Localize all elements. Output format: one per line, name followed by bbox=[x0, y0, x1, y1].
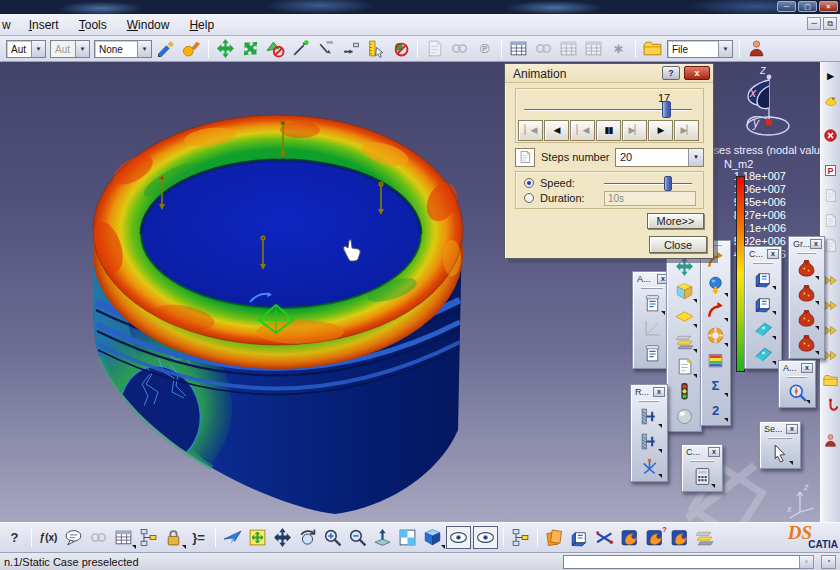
dropdown-arrow-icon[interactable] bbox=[724, 343, 728, 347]
duration-input[interactable]: 10s bbox=[604, 191, 696, 206]
dropdown-arrow-icon[interactable] bbox=[693, 374, 697, 378]
mesh-plate-icon-2[interactable] bbox=[751, 342, 776, 365]
delete-red-icon[interactable] bbox=[822, 126, 840, 144]
none-combo[interactable]: None▼ bbox=[94, 40, 152, 58]
drag-grip[interactable] bbox=[690, 460, 714, 462]
compute-icon[interactable] bbox=[617, 526, 642, 549]
snap-star-icon[interactable] bbox=[288, 37, 313, 60]
window-close-button[interactable]: ✕ bbox=[819, 1, 838, 12]
doc-gray-icon-2[interactable] bbox=[822, 211, 840, 229]
plane-icon[interactable] bbox=[672, 305, 697, 328]
dropdown-arrow-icon[interactable] bbox=[806, 400, 810, 404]
design-table-icon[interactable] bbox=[111, 526, 136, 549]
select-cursor-icon[interactable] bbox=[768, 442, 793, 465]
dropdown-arrow-icon[interactable] bbox=[693, 349, 697, 353]
dropdown-arrow-icon[interactable] bbox=[772, 286, 776, 290]
status-light-icon[interactable] bbox=[672, 380, 697, 403]
dropdown-arrow-icon[interactable] bbox=[661, 311, 665, 315]
sigma-icon[interactable]: Σ bbox=[703, 374, 728, 397]
person-mini-icon[interactable] bbox=[822, 431, 840, 449]
iso-view-icon[interactable] bbox=[420, 526, 445, 549]
mdi-restore-button[interactable]: ⧉ bbox=[823, 17, 837, 30]
dropdown-arrow-icon[interactable] bbox=[772, 361, 776, 365]
link-icon[interactable] bbox=[531, 37, 556, 60]
rotate-icon[interactable] bbox=[295, 526, 320, 549]
group-surface-icon[interactable] bbox=[794, 307, 819, 330]
step-back-button[interactable]: ▏◀ bbox=[570, 120, 595, 141]
window-maximize-button[interactable]: ▢ bbox=[798, 1, 817, 12]
zoom-in-icon[interactable] bbox=[320, 526, 345, 549]
chevron-down-icon[interactable]: ▼ bbox=[31, 41, 45, 57]
dropdown-arrow-icon[interactable] bbox=[724, 418, 728, 422]
auto-combo-2[interactable]: Aut▼ bbox=[50, 40, 90, 58]
material-brush-icon[interactable] bbox=[179, 37, 204, 60]
p-circle-icon[interactable]: ℗ bbox=[472, 37, 497, 60]
play-backward-button[interactable]: ◀ bbox=[544, 120, 569, 141]
normal-view-icon[interactable] bbox=[370, 526, 395, 549]
chevron-down-icon[interactable]: ▼ bbox=[75, 41, 89, 57]
mdi-minimize-button[interactable]: ─ bbox=[807, 17, 821, 30]
doc-gray-icon[interactable] bbox=[822, 186, 840, 204]
capture-icon[interactable] bbox=[422, 37, 447, 60]
chevron-down-icon[interactable]: ▼ bbox=[688, 149, 703, 166]
asterisk-icon[interactable]: ∗ bbox=[606, 37, 631, 60]
clamp-icon[interactable] bbox=[637, 405, 662, 428]
listing-icon[interactable] bbox=[640, 342, 665, 365]
group-body-icon[interactable] bbox=[794, 332, 819, 355]
status-expand-button[interactable]: ▫ bbox=[799, 555, 814, 569]
surface-slider-icon[interactable] bbox=[637, 430, 662, 453]
isostatic-icon[interactable] bbox=[637, 455, 662, 478]
dropdown-arrow-icon[interactable] bbox=[724, 318, 728, 322]
graph-icon[interactable] bbox=[640, 317, 665, 340]
report-icon[interactable] bbox=[640, 292, 665, 315]
close-button[interactable]: Close bbox=[649, 236, 707, 253]
play-button[interactable]: ▶ bbox=[648, 120, 673, 141]
chevron-down-icon[interactable]: ▼ bbox=[137, 41, 151, 57]
mail-person-icon[interactable] bbox=[744, 37, 769, 60]
relations-icon[interactable] bbox=[136, 526, 161, 549]
dropdown-arrow-icon[interactable] bbox=[693, 299, 697, 303]
menu-tools[interactable]: Tools bbox=[69, 16, 117, 34]
compute-calculator-icon[interactable] bbox=[690, 465, 715, 488]
drag-grip[interactable] bbox=[797, 252, 816, 254]
color-map-icon[interactable] bbox=[703, 349, 728, 372]
more-button[interactable]: More>> bbox=[647, 213, 704, 229]
hide-show-icon[interactable] bbox=[446, 526, 471, 549]
window-icon[interactable] bbox=[506, 37, 531, 60]
file-combo[interactable]: File▼ bbox=[667, 40, 733, 58]
3d-compass[interactable]: x y z bbox=[724, 64, 804, 144]
menu-fragment[interactable]: w bbox=[0, 18, 19, 32]
formula-icon[interactable]: ƒ(x) bbox=[36, 526, 61, 549]
pressure-ring-icon[interactable] bbox=[703, 324, 728, 347]
drag-grip[interactable] bbox=[787, 376, 807, 378]
export-box-icon[interactable] bbox=[567, 526, 592, 549]
close-icon[interactable]: x bbox=[708, 447, 720, 457]
dropdown-arrow-icon[interactable] bbox=[815, 301, 819, 305]
translate-diag-icon[interactable] bbox=[238, 37, 263, 60]
help-icon[interactable]: ? bbox=[2, 526, 27, 549]
lock-icon[interactable] bbox=[161, 526, 186, 549]
step-2-icon[interactable]: 2 bbox=[703, 399, 728, 422]
fly-mode-icon[interactable] bbox=[220, 526, 245, 549]
analysis-magnifier-icon[interactable] bbox=[785, 381, 810, 404]
broken-link-icon[interactable] bbox=[447, 37, 472, 60]
historic-cross-icon[interactable] bbox=[592, 526, 617, 549]
dropdown-arrow-icon[interactable] bbox=[815, 326, 819, 330]
bird-tool-icon[interactable] bbox=[822, 91, 840, 109]
chevron-down-icon[interactable]: ▼ bbox=[718, 41, 732, 57]
comment-icon[interactable] bbox=[61, 526, 86, 549]
duration-radio[interactable] bbox=[524, 193, 534, 203]
quick-view-icon[interactable] bbox=[395, 526, 420, 549]
materials-icon[interactable] bbox=[672, 330, 697, 353]
window-minimize-button[interactable]: ─ bbox=[777, 1, 796, 12]
close-icon[interactable]: x bbox=[767, 249, 779, 259]
group-line-icon[interactable] bbox=[794, 282, 819, 305]
drag-grip[interactable] bbox=[641, 287, 663, 289]
equivalent-icon[interactable]: }= bbox=[186, 526, 211, 549]
mesh-plate-icon[interactable] bbox=[751, 317, 776, 340]
menu-help[interactable]: Help bbox=[179, 16, 224, 34]
dropdown-arrow-icon[interactable] bbox=[693, 324, 697, 328]
compute-box-icon-2[interactable] bbox=[751, 292, 776, 315]
table-gray-icon[interactable] bbox=[556, 37, 581, 60]
pause-button[interactable]: ▮▮ bbox=[596, 120, 621, 141]
